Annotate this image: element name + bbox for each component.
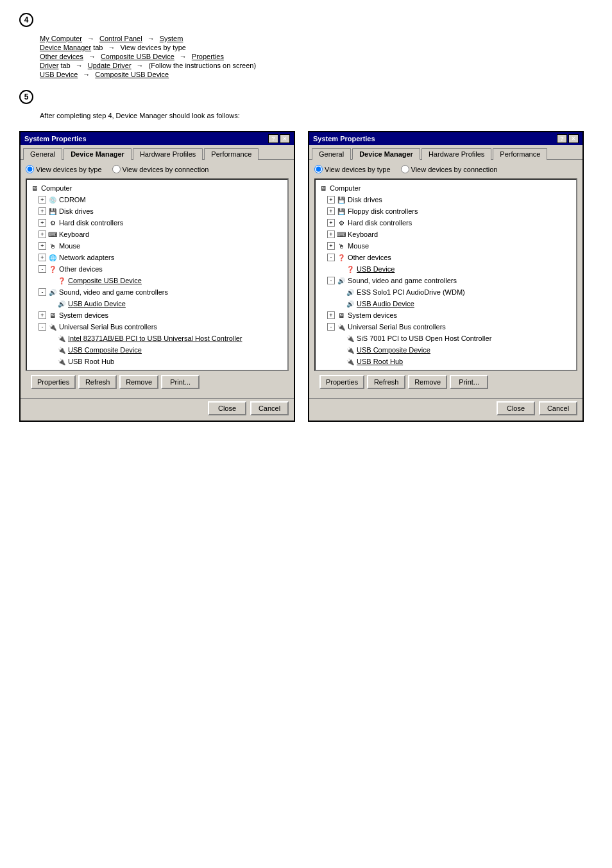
expand-mouse-right[interactable]: + xyxy=(327,242,335,250)
radio-by-type-left[interactable]: View devices by type xyxy=(26,165,102,173)
expand-sound-left[interactable]: - xyxy=(38,288,46,296)
expand-usbc-left[interactable]: - xyxy=(38,323,46,331)
expand-hdc-left[interactable]: + xyxy=(38,219,46,227)
dialog-right-close-btn[interactable]: × xyxy=(568,134,579,143)
radio-by-type-right[interactable]: View devices by type xyxy=(314,165,391,173)
tree-item-hdc-left[interactable]: + ⚙ Hard disk controllers xyxy=(30,217,285,229)
expand-cdrom-left[interactable]: + xyxy=(38,196,46,204)
expand-other-right[interactable]: - xyxy=(327,254,335,261)
tab-performance-left[interactable]: Performance xyxy=(204,148,259,160)
tab-text: tab xyxy=(91,44,103,51)
expand-network-left[interactable]: + xyxy=(38,254,46,261)
tree-item-computer-right[interactable]: 🖥 Computer xyxy=(318,182,574,194)
tree-label-usbaudio-left: USB Audio Device xyxy=(68,300,126,308)
radio-by-connection-right[interactable]: View devices by connection xyxy=(401,165,498,173)
refresh-btn-left[interactable]: Refresh xyxy=(78,375,117,389)
dialog-left-footer: Close Cancel xyxy=(21,398,294,421)
radio-by-connection-input-right[interactable] xyxy=(401,165,409,173)
dialog-left-help-btn[interactable]: ? xyxy=(268,134,278,143)
update-driver-link: Update Driver xyxy=(88,62,132,69)
tree-item-sis-right[interactable]: 🔌 SiS 7001 PCI to USB Open Host Controll… xyxy=(318,333,574,344)
tree-item-other-left[interactable]: - ❓ Other devices xyxy=(30,263,285,275)
expand-keyboard-right[interactable]: + xyxy=(327,230,335,238)
tree-item-composite-left[interactable]: ❓ Composite USB Device xyxy=(30,275,285,286)
expand-other-left[interactable]: - xyxy=(38,265,46,273)
cancel-btn-left[interactable]: Cancel xyxy=(250,401,289,415)
tree-item-usbdevice-right[interactable]: ❓ USB Device xyxy=(318,263,574,275)
tree-item-system-left[interactable]: + 🖥 System devices xyxy=(30,309,285,321)
hdc-icon-right: ⚙ xyxy=(336,218,346,228)
tree-item-usbaudio-left[interactable]: 🔊 USB Audio Device xyxy=(30,298,285,309)
radio-by-type-input-left[interactable] xyxy=(26,165,34,173)
dialog-right-help-btn[interactable]: ? xyxy=(557,134,567,143)
tree-label-usbcomposite-right: USB Composite Device xyxy=(357,346,430,354)
cdrom-icon-left: 💿 xyxy=(47,195,58,205)
usbcomposite-icon-left: 🔌 xyxy=(56,345,67,355)
tab-performance-right[interactable]: Performance xyxy=(493,148,547,160)
properties-btn-left[interactable]: Properties xyxy=(31,375,76,389)
close-btn-right[interactable]: Close xyxy=(497,401,535,415)
close-btn-left[interactable]: Close xyxy=(208,401,246,415)
refresh-btn-right[interactable]: Refresh xyxy=(367,375,405,389)
expand-system-left[interactable]: + xyxy=(38,311,46,319)
tree-item-ess-right[interactable]: 🔊 ESS Solo1 PCI AudioDrive (WDM) xyxy=(318,286,574,298)
tree-item-usbroot-right[interactable]: 🔌 USB Root Hub xyxy=(318,356,574,367)
remove-btn-right[interactable]: Remove xyxy=(408,375,447,389)
tab-device-manager-left[interactable]: Device Manager xyxy=(64,148,132,160)
expand-system-right[interactable]: + xyxy=(327,311,335,319)
tree-item-mouse-right[interactable]: + 🖱 Mouse xyxy=(318,240,574,252)
tree-item-keyboard-right[interactable]: + ⌨ Keyboard xyxy=(318,229,574,240)
tree-label-usbc-right: Universal Serial Bus controllers xyxy=(348,323,446,331)
sound-icon-right: 🔊 xyxy=(336,275,346,286)
tree-item-usbaudio-right[interactable]: 🔊 USB Audio Device xyxy=(318,298,574,309)
dialog-left-close-btn[interactable]: × xyxy=(280,134,290,143)
tree-item-sound-right[interactable]: - 🔊 Sound, video and game controllers xyxy=(318,275,574,286)
instruction-line-4: Driver tab → Update Driver → (Follow the… xyxy=(40,62,593,69)
radio-by-connection-left[interactable]: View devices by connection xyxy=(112,165,209,173)
expand-floppy-right[interactable]: + xyxy=(327,207,335,215)
tree-item-other-right[interactable]: - ❓ Other devices xyxy=(318,252,574,263)
tree-item-hdc-right[interactable]: + ⚙ Hard disk controllers xyxy=(318,217,574,229)
expand-usbc-right[interactable]: - xyxy=(327,323,335,331)
tree-item-mouse-left[interactable]: + 🖱 Mouse xyxy=(30,240,285,252)
print-btn-right[interactable]: Print... xyxy=(450,375,488,389)
tab-hardware-profiles-left[interactable]: Hardware Profiles xyxy=(133,148,203,160)
tree-item-usbc-right[interactable]: - 🔌 Universal Serial Bus controllers xyxy=(318,321,574,333)
tree-item-diskdrives-left[interactable]: + 💾 Disk drives xyxy=(30,205,285,217)
expand-keyboard-left[interactable]: + xyxy=(38,230,46,238)
tab-general-left[interactable]: General xyxy=(23,148,62,160)
tree-item-cdrom-left[interactable]: + 💿 CDROM xyxy=(30,194,285,205)
expand-diskdrives-right[interactable]: + xyxy=(327,196,335,204)
properties-btn-right[interactable]: Properties xyxy=(319,375,364,389)
tree-item-usbcomposite-left[interactable]: 🔌 USB Composite Device xyxy=(30,344,285,356)
tree-item-usbroot-left[interactable]: 🔌 USB Root Hub xyxy=(30,356,285,367)
tree-item-usbcomposite-right[interactable]: 🔌 USB Composite Device xyxy=(318,344,574,356)
tree-item-usbc-left[interactable]: - 🔌 Universal Serial Bus controllers xyxy=(30,321,285,333)
expand-diskdrives-left[interactable]: + xyxy=(38,207,46,215)
dialog-right-radio-row: View devices by type View devices by con… xyxy=(314,165,577,173)
tab-hardware-profiles-right[interactable]: Hardware Profiles xyxy=(421,148,491,160)
expand-mouse-left[interactable]: + xyxy=(38,242,46,250)
tree-item-network-left[interactable]: + 🌐 Network adapters xyxy=(30,252,285,263)
tree-item-diskdrives-right[interactable]: + 💾 Disk drives xyxy=(318,194,574,205)
usb-device-link: USB Device xyxy=(40,71,78,78)
expand-sound-right[interactable]: - xyxy=(327,277,335,284)
dialog-right-body: View devices by type View devices by con… xyxy=(309,160,582,398)
expand-hdc-right[interactable]: + xyxy=(327,219,335,227)
cancel-btn-right[interactable]: Cancel xyxy=(539,401,577,415)
tree-item-intel-left[interactable]: 🔌 Intel 82371AB/EB PCI to USB Universal … xyxy=(30,333,285,344)
tab-device-manager-right[interactable]: Device Manager xyxy=(352,148,420,160)
radio-by-type-input-right[interactable] xyxy=(314,165,323,173)
tree-label-other-right: Other devices xyxy=(348,254,391,261)
tree-item-computer-left[interactable]: 🖥 Computer xyxy=(30,182,285,194)
arrow-2: → xyxy=(148,35,155,42)
print-btn-left[interactable]: Print... xyxy=(161,375,200,389)
radio-by-connection-input-left[interactable] xyxy=(112,165,121,173)
tree-item-system-right[interactable]: + 🖥 System devices xyxy=(318,309,574,321)
dialog-right-footer: Close Cancel xyxy=(309,398,582,421)
remove-btn-left[interactable]: Remove xyxy=(119,375,158,389)
tree-item-sound-left[interactable]: - 🔊 Sound, video and game controllers xyxy=(30,286,285,298)
tree-item-keyboard-left[interactable]: + ⌨ Keyboard xyxy=(30,229,285,240)
tree-item-floppy-right[interactable]: + 💾 Floppy disk controllers xyxy=(318,205,574,217)
tab-general-right[interactable]: General xyxy=(312,148,351,160)
